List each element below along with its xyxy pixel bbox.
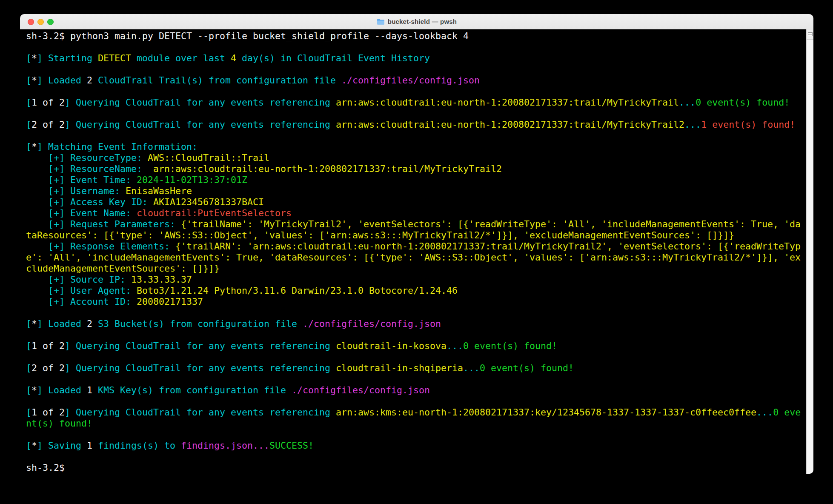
- terminal-output: sh-3.2$ python3 main.py DETECT --profile…: [26, 31, 802, 473]
- terminal-line: [26, 329, 802, 341]
- terminal-line: [1 of 2] Querying CloudTrail for any eve…: [26, 97, 802, 108]
- title-bar[interactable]: bucket-shield — pwsh: [20, 14, 813, 29]
- terminal-window: bucket-shield — pwsh sh-3.2$ python3 mai…: [20, 14, 813, 474]
- terminal-line: [*] Saving 1 findings(s) to findings.jso…: [26, 440, 802, 451]
- shell-command-line: sh-3.2$ python3 main.py DETECT --profile…: [26, 31, 802, 42]
- terminal-line: [*] Matching Event Information:: [26, 141, 802, 152]
- zoom-button[interactable]: [47, 19, 54, 25]
- desktop-background: { "window": { "title": "bucket-shield — …: [0, 0, 833, 504]
- terminal-screen[interactable]: sh-3.2$ python3 main.py DETECT --profile…: [20, 29, 813, 474]
- terminal-line: [+] User Agent: Boto3/1.21.24 Python/3.1…: [26, 285, 802, 296]
- terminal-line: [2 of 2] Querying CloudTrail for any eve…: [26, 119, 802, 130]
- scrollbar[interactable]: [806, 29, 813, 474]
- terminal-line: [+] Event Time: 2024-11-02T13:37:01Z: [26, 175, 802, 186]
- window-title: bucket-shield — pwsh: [388, 18, 457, 25]
- terminal-line: [26, 374, 802, 385]
- shell-prompt: sh-3.2$: [26, 462, 802, 473]
- folder-icon: [377, 18, 385, 25]
- terminal-line: [+] ResourceType: AWS::CloudTrail::Trail: [26, 152, 802, 163]
- terminal-line: [26, 307, 802, 318]
- split-pane-button[interactable]: [807, 29, 813, 40]
- split-pane-icon: [808, 32, 813, 36]
- terminal-line: [26, 64, 802, 75]
- terminal-line: [+] Access Key ID: AKIA123456781337BACI: [26, 197, 802, 208]
- terminal-line: [*] Loaded 1 KMS Key(s) from configurati…: [26, 385, 802, 396]
- terminal-line: [2 of 2] Querying CloudTrail for any eve…: [26, 363, 802, 374]
- terminal-line: [26, 429, 802, 440]
- window-controls: [28, 14, 54, 29]
- terminal-line: [+] Account ID: 200802171337: [26, 296, 802, 307]
- terminal-line: [1 of 2] Querying CloudTrail for any eve…: [26, 341, 802, 352]
- terminal-line: [+] Username: EnisaWasHere: [26, 186, 802, 197]
- terminal-line: [26, 451, 802, 462]
- terminal-line: [26, 352, 802, 363]
- terminal-line: [+] ResourceName: arn:aws:cloudtrail:eu-…: [26, 163, 802, 175]
- terminal-line: [1 of 2] Querying CloudTrail for any eve…: [26, 407, 802, 429]
- terminal-line: [*] Loaded 2 S3 Bucket(s) from configura…: [26, 318, 802, 329]
- title-group: bucket-shield — pwsh: [377, 18, 457, 25]
- terminal-line: [+] Event Name: cloudtrail:PutEventSelec…: [26, 208, 802, 219]
- close-button[interactable]: [28, 19, 34, 25]
- minimize-button[interactable]: [37, 19, 44, 25]
- terminal-line: [+] Source IP: 13.33.33.37: [26, 274, 802, 285]
- terminal-line: [26, 108, 802, 119]
- terminal-line: [26, 42, 802, 53]
- terminal-line: [26, 86, 802, 97]
- terminal-line: [26, 130, 802, 141]
- terminal-line: [+] Request Parameters: {'trailName': 'M…: [26, 219, 802, 241]
- terminal-line: [+] Response Elements: {'trailARN': 'arn…: [26, 241, 802, 274]
- terminal-line: [26, 396, 802, 407]
- terminal-line: [*] Starting DETECT module over last 4 d…: [26, 53, 802, 64]
- terminal-line: [*] Loaded 2 CloudTrail Trail(s) from co…: [26, 75, 802, 86]
